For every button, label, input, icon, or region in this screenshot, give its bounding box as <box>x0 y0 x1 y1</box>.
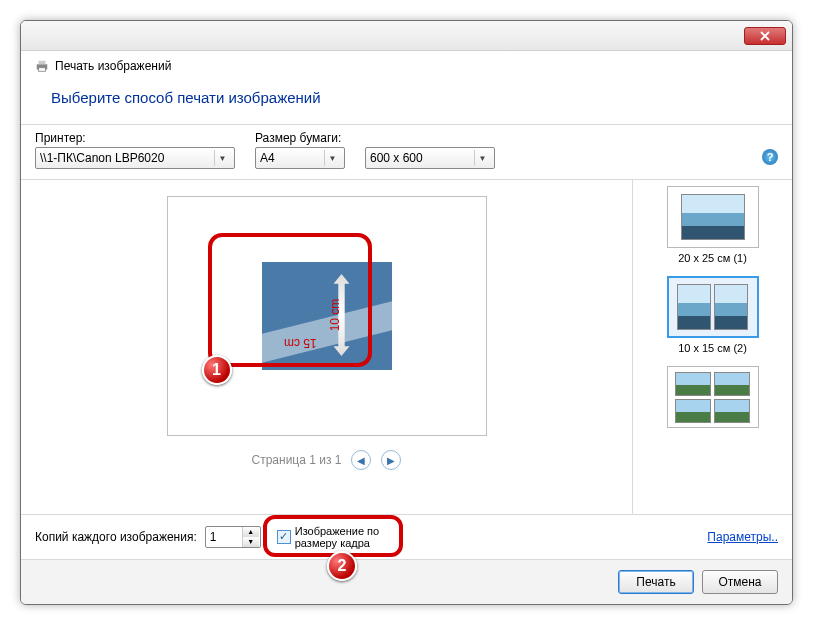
prev-page-button[interactable]: ◀ <box>351 450 371 470</box>
fit-frame-label: Изображение по размеру кадра <box>295 525 391 549</box>
chevron-down-icon: ▼ <box>324 150 340 166</box>
paper-size-value: A4 <box>260 151 275 165</box>
copies-spinner[interactable]: ▲ ▼ <box>205 526 261 548</box>
layout-10x15[interactable]: 10 x 15 см (2) <box>667 276 759 354</box>
paper-size-combo[interactable]: A4 ▼ <box>255 147 345 169</box>
paper-size-label: Размер бумаги: <box>255 131 345 145</box>
dialog-footer: Печать Отмена <box>21 559 792 604</box>
svg-rect-1 <box>39 61 46 65</box>
spinner-down[interactable]: ▼ <box>243 537 259 547</box>
chevron-down-icon: ▼ <box>214 150 230 166</box>
annotation-badge-2: 2 <box>327 551 357 581</box>
bottom-bar: Копий каждого изображения: ▲ ▼ ✓ Изображ… <box>21 514 792 559</box>
svg-rect-2 <box>39 68 46 72</box>
print-button[interactable]: Печать <box>618 570 694 594</box>
window-title: Печать изображений <box>55 59 171 73</box>
main-area: 10 cm 15 cm 1 Страница 1 из 1 ◀ ▶ 20 x 2… <box>21 180 792 514</box>
print-pictures-dialog: Печать изображений Выберите способ печат… <box>20 20 793 605</box>
dialog-header: Печать изображений <box>21 51 792 77</box>
quality-label <box>365 131 495 145</box>
layout-list[interactable]: 20 x 25 см (1) 10 x 15 см (2) <box>632 180 792 514</box>
printer-icon <box>35 59 49 73</box>
page-info: Страница 1 из 1 <box>252 453 342 467</box>
instruction-text: Выберите способ печати изображений <box>21 77 792 124</box>
print-options-row: Принтер: \\1-ПК\Canon LBP6020 ▼ Размер б… <box>21 124 792 180</box>
printer-value: \\1-ПК\Canon LBP6020 <box>40 151 164 165</box>
titlebar <box>21 21 792 51</box>
page-navigation: Страница 1 из 1 ◀ ▶ <box>252 450 402 470</box>
page-preview: 10 cm 15 cm 1 <box>167 196 487 436</box>
preview-thumbnail: 10 cm 15 cm <box>262 262 392 370</box>
copies-label: Копий каждого изображения: <box>35 530 197 544</box>
help-icon[interactable]: ? <box>762 149 778 165</box>
dim-15cm: 15 cm <box>284 336 317 350</box>
dim-10cm: 10 cm <box>328 299 342 332</box>
next-page-button[interactable]: ▶ <box>381 450 401 470</box>
copies-input[interactable] <box>206 530 242 544</box>
spinner-up[interactable]: ▲ <box>243 527 259 537</box>
layout-label: 20 x 25 см (1) <box>667 252 759 264</box>
printer-combo[interactable]: \\1-ПК\Canon LBP6020 ▼ <box>35 147 235 169</box>
layout-label: 10 x 15 см (2) <box>667 342 759 354</box>
printer-label: Принтер: <box>35 131 235 145</box>
fit-frame-group: ✓ Изображение по размеру кадра <box>269 521 399 553</box>
annotation-badge-1: 1 <box>202 355 232 385</box>
close-button[interactable] <box>744 27 786 45</box>
quality-value: 600 x 600 <box>370 151 423 165</box>
layout-20x25[interactable]: 20 x 25 см (1) <box>667 186 759 264</box>
layout-4up[interactable] <box>667 366 759 432</box>
chevron-down-icon: ▼ <box>474 150 490 166</box>
fit-frame-checkbox[interactable]: ✓ <box>277 530 291 544</box>
cancel-button[interactable]: Отмена <box>702 570 778 594</box>
quality-combo[interactable]: 600 x 600 ▼ <box>365 147 495 169</box>
preview-area: 10 cm 15 cm 1 Страница 1 из 1 ◀ ▶ <box>21 180 632 514</box>
options-link[interactable]: Параметры.. <box>707 530 778 544</box>
